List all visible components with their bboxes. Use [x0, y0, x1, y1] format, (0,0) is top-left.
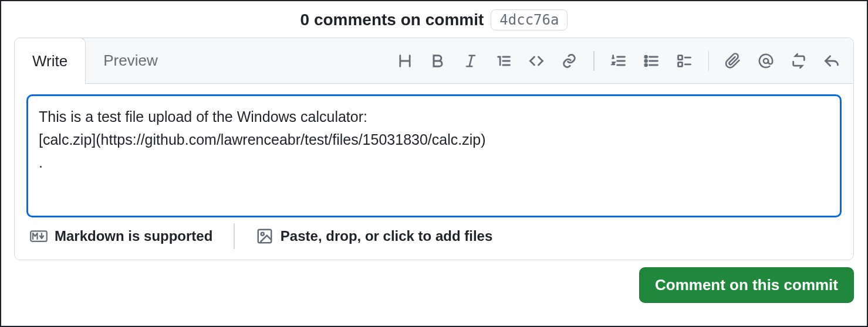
unordered-list-icon[interactable]	[643, 52, 660, 70]
bold-icon[interactable]	[429, 52, 447, 70]
link-icon[interactable]	[560, 52, 578, 70]
svg-point-0	[644, 56, 647, 58]
action-row: Comment on this commit	[1, 267, 867, 303]
tab-preview[interactable]: Preview	[86, 38, 175, 83]
tab-write[interactable]: Write	[14, 38, 86, 84]
footer-separator	[234, 223, 235, 249]
editor-body: Markdown is supported Paste, drop, or cl…	[15, 84, 853, 260]
mention-icon[interactable]	[757, 52, 775, 70]
toolbar-separator	[593, 51, 595, 71]
italic-icon[interactable]	[462, 52, 479, 70]
svg-point-2	[644, 64, 647, 66]
comment-textarea[interactable]	[26, 94, 842, 217]
svg-rect-3	[678, 55, 682, 59]
commit-comment-frame: 0 comments on commit 4dcc76a Write Previ…	[0, 0, 868, 327]
comment-submit-button[interactable]: Comment on this commit	[639, 267, 854, 303]
task-list-icon[interactable]	[676, 52, 693, 70]
attach-files-label: Paste, drop, or click to add files	[281, 228, 492, 244]
svg-point-1	[644, 60, 647, 62]
attach-files-link[interactable]: Paste, drop, or click to add files	[256, 227, 492, 245]
tab-write-label: Write	[32, 52, 67, 70]
heading-icon[interactable]	[396, 52, 414, 70]
ordered-list-icon[interactable]	[610, 52, 627, 70]
svg-rect-4	[678, 62, 682, 66]
comment-submit-label: Comment on this commit	[655, 276, 838, 294]
quote-icon[interactable]	[495, 52, 512, 70]
editor-tab-row: Write Preview	[15, 38, 853, 84]
toolbar-separator	[708, 51, 710, 71]
markdown-help-label: Markdown is supported	[55, 228, 212, 244]
editor-footer: Markdown is supported Paste, drop, or cl…	[26, 220, 842, 250]
attach-icon[interactable]	[724, 52, 742, 70]
markdown-help-link[interactable]: Markdown is supported	[30, 227, 212, 245]
formatting-toolbar	[383, 38, 853, 83]
comment-editor: Write Preview	[14, 38, 854, 260]
cross-reference-icon[interactable]	[790, 52, 808, 70]
svg-rect-7	[258, 230, 272, 243]
comments-heading: 0 comments on commit 4dcc76a	[1, 9, 867, 30]
svg-point-8	[261, 233, 264, 236]
comments-heading-text: 0 comments on commit	[300, 11, 484, 29]
tab-preview-label: Preview	[103, 52, 157, 70]
commit-sha-badge[interactable]: 4dcc76a	[491, 9, 568, 30]
code-icon[interactable]	[528, 52, 545, 70]
reply-icon[interactable]	[823, 52, 840, 70]
